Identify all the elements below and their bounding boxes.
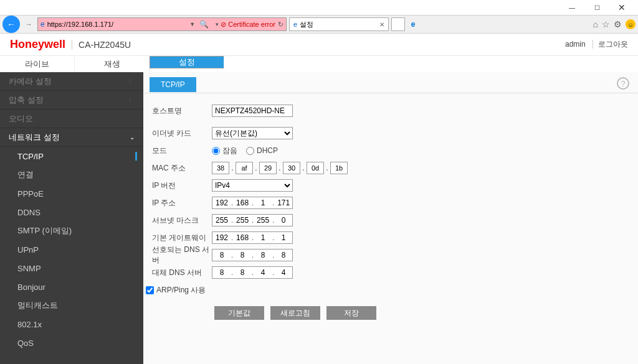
ipver-select[interactable]: IPv4	[212, 179, 293, 192]
sidebar-cat-network[interactable]: 네트워크 설정⌄	[0, 128, 143, 147]
browser-toolbar: ← → e https://192.168.1.171/ ▼ 🔍 ▾ ⊘ Cer…	[0, 15, 638, 34]
favorites-icon[interactable]: ☆	[602, 19, 610, 29]
sidebar-item-dot1x[interactable]: 802.1x	[0, 315, 143, 334]
gateway-input[interactable]: . . .	[212, 231, 293, 244]
chevron-right-icon: 〉	[128, 96, 135, 105]
browser-tab[interactable]: e 설정 ✕	[289, 17, 389, 31]
url-dropdown-icon[interactable]: ▼	[189, 21, 195, 27]
refresh-button[interactable]: 새로고침	[270, 306, 320, 320]
mode-static-label: 잠음	[222, 146, 237, 156]
sidebar-item-bonjour[interactable]: Bonjour	[0, 278, 143, 296]
arp-checkbox[interactable]	[146, 286, 154, 294]
chevron-down-icon: ⌄	[130, 134, 135, 141]
mac-input-group: . . . . .	[212, 162, 348, 174]
window-titlebar: — ☐ ✕	[0, 0, 638, 15]
ethernet-select[interactable]: 유선(기본값)	[212, 127, 293, 139]
minimize-button[interactable]: —	[559, 1, 584, 14]
chevron-right-icon: 〉	[128, 77, 135, 86]
top-tabs: 라이브 재생 설정	[0, 56, 638, 72]
nav-forward-button[interactable]: →	[22, 18, 35, 30]
mac-field[interactable]	[212, 162, 229, 174]
sidebar-item-pppoe[interactable]: PPPoE	[0, 184, 143, 203]
sidebar-item-ddns[interactable]: DDNS	[0, 203, 143, 222]
sidebar-item-snmp[interactable]: SNMP	[0, 259, 143, 278]
sidebar-cat-compress[interactable]: 압축 설정〉	[0, 91, 143, 110]
mode-static-radio[interactable]	[212, 147, 220, 155]
ie-icon: e	[40, 20, 45, 29]
save-button[interactable]: 저장	[326, 306, 376, 320]
certificate-error[interactable]: ⊘ Certificate error	[221, 21, 275, 29]
maximize-button[interactable]: ☐	[584, 1, 609, 14]
sidebar-cat-camera[interactable]: 카메라 설정〉	[0, 72, 143, 91]
url-text: https://192.168.1.171/	[47, 21, 188, 28]
mac-field[interactable]	[307, 162, 324, 174]
search-dropdown-icon[interactable]: ▾	[216, 21, 219, 27]
tools-icon[interactable]: ⚙	[614, 19, 622, 29]
ipver-label: IP 버전	[150, 180, 212, 191]
subnet-label: 서브넷 마스크	[150, 215, 212, 226]
url-box[interactable]: e https://192.168.1.171/ ▼ 🔍 ▾ ⊘ Certifi…	[37, 17, 287, 31]
tab-favicon-icon: e	[293, 21, 297, 28]
gateway-label: 기본 게이트웨이	[150, 233, 212, 243]
sidebar-item-upnp[interactable]: UPnP	[0, 240, 143, 259]
sidebar-item-multicast[interactable]: 멀티캐스트	[0, 296, 143, 315]
logout-link[interactable]: 로그아웃	[593, 40, 628, 49]
hostname-input[interactable]	[212, 105, 293, 117]
tab-live[interactable]: 라이브	[0, 56, 75, 72]
nav-back-button[interactable]: ←	[2, 16, 20, 33]
content-panel: TCP/IP ? 호스트명 이더넷 카드 유선(기본값) 모드 잠음 DHCP …	[143, 72, 638, 364]
subnet-input[interactable]: . . .	[212, 214, 293, 226]
mac-label: MAC 주소	[150, 163, 212, 174]
main-area: 카메라 설정〉 압축 설정〉 오디오 네트워크 설정⌄ TCP/IP 연결 PP…	[0, 72, 638, 364]
sidebar-item-tcpip[interactable]: TCP/IP	[0, 147, 143, 166]
sidebar-cat-audio[interactable]: 오디오	[0, 110, 143, 128]
mac-field[interactable]	[283, 162, 300, 174]
sidebar-item-conn[interactable]: 연결	[0, 166, 143, 184]
new-tab-button[interactable]	[391, 17, 405, 31]
dns1-input[interactable]: . . .	[212, 249, 293, 261]
brand-logo: Honeywell	[10, 38, 65, 51]
hostname-label: 호스트명	[150, 106, 212, 116]
ipaddr-label: IP 주소	[150, 198, 212, 208]
tab-title: 설정	[300, 20, 313, 29]
dns2-input[interactable]: . . .	[212, 266, 293, 279]
mac-field[interactable]	[330, 162, 348, 174]
mac-field[interactable]	[259, 162, 277, 174]
arp-label: ARP/Ping 사용	[156, 285, 206, 296]
help-icon[interactable]: ?	[617, 77, 629, 90]
tab-settings[interactable]: 설정	[150, 56, 224, 68]
mode-label: 모드	[150, 146, 212, 156]
error-icon: ⊘	[221, 21, 226, 29]
subtab-tcpip[interactable]: TCP/IP	[150, 77, 196, 92]
refresh-icon[interactable]: ↻	[278, 21, 283, 29]
dns1-label: 선호되는 DNS 서버	[150, 245, 212, 266]
smiley-icon[interactable]: ☺	[626, 19, 636, 29]
tcpip-form: 호스트명 이더넷 카드 유선(기본값) 모드 잠음 DHCP MAC 주소 . …	[143, 93, 638, 320]
ethernet-label: 이더넷 카드	[150, 128, 212, 139]
mode-dhcp-label: DHCP	[257, 146, 278, 155]
close-window-button[interactable]: ✕	[609, 1, 634, 14]
brand-header: Honeywell CA-HZ2045U admin 로그아웃	[0, 34, 638, 56]
model-label: CA-HZ2045U	[72, 40, 131, 50]
sidebar-item-qos[interactable]: QoS	[0, 334, 143, 352]
ipaddr-input[interactable]: . . .	[212, 197, 293, 209]
mac-field[interactable]	[236, 162, 253, 174]
sidebar-item-smtp[interactable]: SMTP (이메일)	[0, 222, 143, 240]
search-icon[interactable]: 🔍	[199, 20, 209, 29]
subtab-bar: TCP/IP ?	[143, 72, 638, 93]
home-icon[interactable]: ⌂	[593, 19, 598, 29]
edge-icon[interactable]: e	[407, 19, 419, 30]
user-label[interactable]: admin	[565, 40, 586, 49]
mode-dhcp-radio[interactable]	[246, 147, 254, 155]
tab-close-icon[interactable]: ✕	[379, 21, 384, 28]
tab-playback[interactable]: 재생	[75, 56, 150, 72]
dns2-label: 대체 DNS 서버	[150, 268, 212, 278]
default-button[interactable]: 기본값	[214, 306, 264, 320]
sidebar: 카메라 설정〉 압축 설정〉 오디오 네트워크 설정⌄ TCP/IP 연결 PP…	[0, 72, 143, 364]
